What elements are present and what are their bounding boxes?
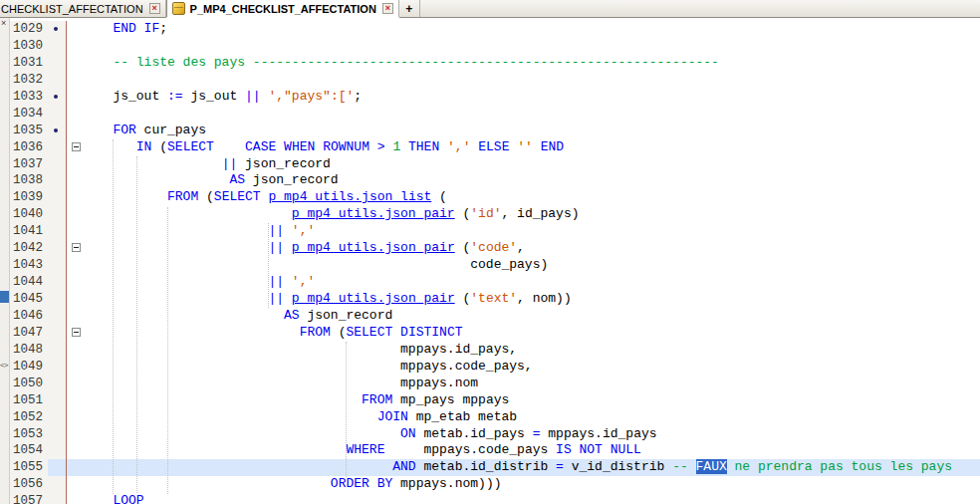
code-text[interactable]: mppays.id_pays, <box>90 342 980 359</box>
gutter-marker-cell <box>48 206 67 223</box>
code-line[interactable]: 1035 FOR cur_pays <box>10 123 980 139</box>
code-line[interactable]: 1052 JOIN mp_etab metab <box>10 409 980 426</box>
line-number[interactable]: 1046 <box>10 308 48 325</box>
code-text[interactable]: || p_mp4_utils.json_pair ('code', <box>90 240 980 257</box>
code-text[interactable]: || json_record <box>90 156 980 173</box>
code-text[interactable] <box>90 106 980 123</box>
code-text[interactable]: FOR cur_pays <box>90 123 980 139</box>
close-icon[interactable]: × <box>382 3 393 14</box>
code-line[interactable]: 1034 <box>10 106 980 123</box>
code-line[interactable]: 1036 IN (SELECT CASE WHEN ROWNUM > 1 THE… <box>10 139 980 156</box>
line-number[interactable]: 1029 <box>10 21 48 38</box>
tab-p-mp4-checklist-affectation[interactable]: P_MP4_CHECKLIST_AFFECTATION × <box>166 0 399 17</box>
line-number[interactable]: 1045 <box>10 291 48 308</box>
code-line[interactable]: 1044 || ',' <box>10 274 980 291</box>
code-line[interactable]: 1051 FROM mp_pays mppays <box>10 392 980 409</box>
code-line[interactable]: 1039 FROM (SELECT p_mp4_utils.json_list … <box>10 189 980 206</box>
code-text[interactable]: ON metab.id_pays = mppays.id_pays <box>90 426 980 443</box>
line-number[interactable]: 1033 <box>10 89 48 106</box>
line-number[interactable]: 1054 <box>10 442 48 459</box>
code-line[interactable]: 1046 AS json_record <box>10 308 980 325</box>
code-line[interactable]: 1038 AS json_record <box>10 172 980 189</box>
line-number[interactable]: 1050 <box>10 376 48 392</box>
code-text[interactable]: LOOP <box>90 493 980 504</box>
fold-collapse-icon[interactable] <box>72 243 81 252</box>
code-line[interactable]: 1040 p_mp4_utils.json_pair ('id', id_pay… <box>10 206 980 223</box>
close-icon[interactable]: × <box>149 3 160 14</box>
fold-column <box>67 342 90 359</box>
code-line[interactable]: 1054 WHERE mppays.code_pays IS NOT NULL <box>10 442 980 459</box>
line-number[interactable]: 1040 <box>10 206 48 223</box>
line-number[interactable]: 1048 <box>10 342 48 359</box>
line-number[interactable]: 1034 <box>10 106 48 123</box>
code-line[interactable]: 1057 LOOP <box>10 493 980 504</box>
code-line[interactable]: 1032 <box>10 72 980 89</box>
line-number[interactable]: 1030 <box>10 38 48 55</box>
code-line[interactable]: 1056 ORDER BY mppays.nom))) <box>10 476 980 493</box>
tab-checklist-affectation[interactable]: CHECKLIST_AFFECTATION × <box>0 0 166 17</box>
line-number[interactable]: 1051 <box>10 392 48 409</box>
code-text[interactable]: AND metab.id_distrib = v_id_distrib -- F… <box>90 459 980 476</box>
code-text[interactable]: IN (SELECT CASE WHEN ROWNUM > 1 THEN ','… <box>90 139 980 156</box>
line-number[interactable]: 1053 <box>10 426 48 443</box>
code-line[interactable]: 1048 mppays.id_pays, <box>10 342 980 359</box>
code-text[interactable]: || ',' <box>90 274 980 291</box>
line-number[interactable]: 1049 <box>10 359 48 376</box>
code-line[interactable]: 1030 <box>10 38 980 55</box>
code-line[interactable]: 1029 END IF; <box>10 21 980 38</box>
line-number[interactable]: 1047 <box>10 325 48 342</box>
line-number[interactable]: 1044 <box>10 274 48 291</box>
code-line[interactable]: 1033 js_out := js_out || ',"pays":['; <box>10 89 980 106</box>
code-line[interactable]: 1041 || ',' <box>10 223 980 240</box>
code-text[interactable] <box>90 38 980 55</box>
line-number[interactable]: 1038 <box>10 172 48 189</box>
new-tab-button[interactable]: + <box>399 0 420 17</box>
tab-label: CHECKLIST_AFFECTATION <box>1 3 143 15</box>
line-number[interactable]: 1056 <box>10 476 48 493</box>
code-line[interactable]: 1049 mppays.code_pays, <box>10 359 980 376</box>
code-editor[interactable]: × <> 1029 END IF;10301031 -- liste des p… <box>0 18 980 504</box>
code-text[interactable]: js_out := js_out || ',"pays":['; <box>90 89 980 106</box>
fold-collapse-icon[interactable] <box>72 142 81 151</box>
code-text[interactable]: || ',' <box>90 223 980 240</box>
code-line[interactable]: 1045 || p_mp4_utils.json_pair ('text', n… <box>10 291 980 308</box>
line-number[interactable]: 1042 <box>10 240 48 257</box>
code-text[interactable]: -- liste des pays ----------------------… <box>90 55 980 72</box>
panel-close-icon[interactable]: × <box>1 19 6 28</box>
line-number[interactable]: 1032 <box>10 72 48 89</box>
line-number[interactable]: 1035 <box>10 123 48 139</box>
code-text[interactable]: FROM (SELECT DISTINCT <box>90 325 980 342</box>
code-text[interactable]: AS json_record <box>90 172 980 189</box>
code-line[interactable]: 1037 || json_record <box>10 156 980 173</box>
code-text[interactable]: ORDER BY mppays.nom))) <box>90 476 980 493</box>
line-number[interactable]: 1043 <box>10 257 48 274</box>
code-line[interactable]: 1031 -- liste des pays -----------------… <box>10 55 980 72</box>
code-text[interactable]: mppays.nom <box>90 376 980 392</box>
fold-collapse-icon[interactable] <box>72 328 81 337</box>
line-number[interactable]: 1052 <box>10 409 48 426</box>
code-line[interactable]: 1047 FROM (SELECT DISTINCT <box>10 325 980 342</box>
line-number[interactable]: 1055 <box>10 459 48 476</box>
code-line[interactable]: 1053 ON metab.id_pays = mppays.id_pays <box>10 426 980 443</box>
line-number[interactable]: 1036 <box>10 139 48 156</box>
code-line[interactable]: 1042 || p_mp4_utils.json_pair ('code', <box>10 240 980 257</box>
code-text[interactable]: FROM (SELECT p_mp4_utils.json_list ( <box>90 189 980 206</box>
code-line[interactable]: 1043 code_pays) <box>10 257 980 274</box>
code-text[interactable]: mppays.code_pays, <box>90 359 980 376</box>
line-number[interactable]: 1041 <box>10 223 48 240</box>
code-line[interactable]: 1055 AND metab.id_distrib = v_id_distrib… <box>10 459 980 476</box>
line-number[interactable]: 1057 <box>10 493 48 504</box>
code-text[interactable]: FROM mp_pays mppays <box>90 392 980 409</box>
code-text[interactable]: p_mp4_utils.json_pair ('id', id_pays) <box>90 206 980 223</box>
code-text[interactable]: AS json_record <box>90 308 980 325</box>
line-number[interactable]: 1031 <box>10 55 48 72</box>
code-text[interactable]: WHERE mppays.code_pays IS NOT NULL <box>90 442 980 459</box>
line-number[interactable]: 1039 <box>10 189 48 206</box>
code-text[interactable]: || p_mp4_utils.json_pair ('text', nom)) <box>90 291 980 308</box>
line-number[interactable]: 1037 <box>10 156 48 173</box>
code-text[interactable]: JOIN mp_etab metab <box>90 409 980 426</box>
code-text[interactable] <box>90 72 980 89</box>
code-line[interactable]: 1050 mppays.nom <box>10 376 980 392</box>
code-text[interactable]: code_pays) <box>90 257 980 274</box>
code-text[interactable]: END IF; <box>90 21 980 38</box>
